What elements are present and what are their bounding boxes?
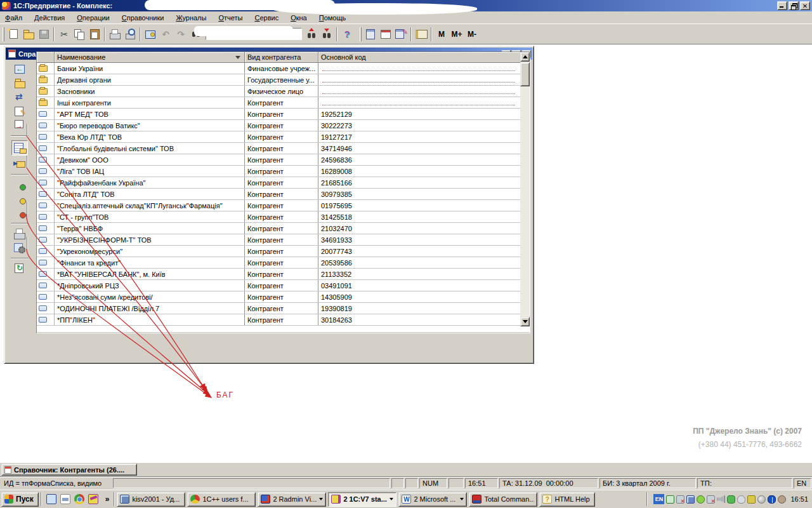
table-row[interactable]: *ПП"ЛІКЕН" Контрагент 30184263 (37, 314, 520, 326)
minimize-button[interactable] (777, 1, 787, 10)
scroll-up-button[interactable] (520, 52, 530, 62)
menu-item[interactable]: Журналы (176, 14, 206, 22)
menu-item[interactable]: Окна (291, 14, 307, 22)
mouse-tray-icon[interactable] (737, 495, 745, 504)
dropdown-icon[interactable] (460, 498, 464, 500)
network-tray-icon[interactable] (686, 495, 695, 504)
code-column-header[interactable]: Основной код (318, 52, 520, 63)
menu-item[interactable]: Действия (34, 14, 65, 22)
start-button[interactable]: Пуск (1, 492, 39, 507)
kind-column-header[interactable]: Вид контрагента (245, 52, 318, 63)
formula-calculator-icon[interactable] (393, 27, 409, 41)
new-document-icon[interactable] (6, 27, 21, 41)
update-tray-icon[interactable] (757, 495, 766, 504)
memory-button[interactable]: M- (464, 27, 480, 41)
restore-button[interactable] (789, 1, 799, 10)
cut-icon[interactable] (56, 27, 72, 41)
table-row[interactable]: "Ліга" ТОВ ІАЦ Контрагент 16289008 (37, 166, 520, 177)
move-to-group-icon[interactable] (13, 158, 26, 170)
find-next-icon[interactable] (319, 27, 334, 41)
show-desktop-icon[interactable] (46, 494, 56, 504)
table-row[interactable]: Державні органи Государственные у... (37, 74, 520, 86)
redo-icon[interactable] (173, 27, 188, 41)
print-icon[interactable] (13, 228, 26, 239)
catalog-window[interactable]: Справочник: Контрагенты (26.08.09) (4, 46, 534, 364)
calendar-icon[interactable] (378, 27, 393, 41)
table-row[interactable]: *Нез"ясовані суми /кредитові/ Контрагент… (37, 291, 520, 303)
pc-document-icon[interactable] (60, 494, 70, 504)
toolbar-grip[interactable] (360, 27, 362, 41)
taskbar-window-button[interactable]: HTML Help (539, 492, 595, 507)
open-folder-icon[interactable] (21, 27, 36, 41)
memory-button[interactable]: M (434, 27, 449, 41)
filter-add-icon[interactable] (13, 179, 26, 190)
table-row[interactable]: "УКРБІЗНЕСІНФОРМ-Т" ТОВ Контрагент 34691… (37, 234, 520, 246)
table-row[interactable]: "Укрекономресурси" Контрагент 20077743 (37, 246, 520, 257)
quick-launch-chevron[interactable]: » (105, 495, 110, 504)
hierarchy-view-icon[interactable] (11, 140, 28, 156)
open-window-button[interactable]: Справочник: Контрагенты (26.... (1, 464, 137, 476)
table-row[interactable]: *Дніпровський РЦЗ Контрагент 03491091 (37, 280, 520, 291)
radmin-tray-icon[interactable] (666, 495, 674, 504)
table-row[interactable]: "АРТ МЕД" ТОВ Контрагент 19252129 (37, 109, 520, 120)
find-previous-icon[interactable] (304, 27, 319, 41)
menu-item[interactable]: Отчеты (218, 14, 242, 22)
undo-icon[interactable] (158, 27, 173, 41)
filter-remove-icon[interactable] (13, 207, 26, 218)
table-row[interactable]: "Терра" НВБФ Контрагент 21032470 (37, 223, 520, 234)
menu-item[interactable]: Операции (77, 14, 109, 22)
display-error-tray-icon[interactable] (707, 495, 715, 504)
table-row[interactable]: "Соніта ЛТД" ТОВ Контрагент 30979385 (37, 189, 520, 200)
audio-tray-icon[interactable] (717, 495, 725, 504)
taskbar-window-button[interactable]: 2 Microsoft ... (398, 492, 467, 507)
table-row[interactable]: *ВАТ "УНІВЕРСАЛ БАНК", м. Київ Контраген… (37, 269, 520, 280)
ups-battery-tray-icon[interactable] (747, 495, 756, 504)
vertical-scrollbar[interactable] (520, 52, 530, 326)
toolbar-grip[interactable] (3, 27, 4, 41)
menu-item[interactable]: Файл (5, 14, 22, 22)
scrollbar-thumb[interactable] (520, 62, 530, 86)
table-row[interactable]: "Спеціаліз.аптечный склад"КП"Луганськ"Фа… (37, 200, 520, 211)
table-row[interactable]: *ОДИНОЧНІ ПЛАТЕЖІ /Відділ 7 Контрагент 1… (37, 303, 520, 314)
edit-row-icon[interactable] (13, 105, 26, 117)
scroll-down-button[interactable] (520, 317, 530, 326)
calculator-icon[interactable] (363, 27, 378, 41)
filter-edit-icon[interactable] (13, 193, 26, 204)
delete-row-icon[interactable] (13, 119, 26, 131)
menu-item[interactable]: Помощь (319, 14, 346, 22)
icon-column-header[interactable] (37, 52, 55, 63)
print-icon[interactable] (107, 27, 122, 41)
close-button[interactable] (800, 1, 810, 10)
taskbar-window-button[interactable]: Total Comman... (469, 492, 537, 507)
network-error-tray-icon[interactable] (676, 495, 684, 504)
memory-button[interactable]: M+ (449, 27, 464, 41)
taskbar-window-button[interactable]: 2 Radmin Vi... (258, 492, 326, 507)
print-preview-icon[interactable] (122, 27, 138, 41)
taskbar-window-button[interactable]: 1С++ users f... (187, 492, 256, 507)
table-row[interactable]: "Веха Юр ЛТД" ТОВ Контрагент 19127217 (37, 131, 520, 143)
table-settings-icon[interactable] (13, 242, 26, 253)
copy-icon[interactable] (72, 27, 87, 41)
user-monitor-icon[interactable] (143, 27, 158, 41)
table-row[interactable]: "Фінанси та кредит" Контрагент 20539586 (37, 257, 520, 269)
table-row[interactable]: "СТ - групп"ТОВ Контрагент 31425518 (37, 211, 520, 223)
language-indicator[interactable]: EN (653, 494, 664, 504)
dropdown-icon[interactable] (390, 498, 393, 500)
dropdown-icon[interactable] (319, 498, 323, 500)
table-row[interactable]: Засновники Физическое лицо (37, 86, 520, 97)
description-book-icon[interactable] (414, 27, 429, 41)
refresh-icon[interactable] (13, 263, 26, 274)
usb-tray-icon[interactable] (727, 495, 735, 504)
taskbar-window-button[interactable]: kisv2001 - Уд... (117, 492, 185, 507)
paste-icon[interactable] (87, 27, 102, 41)
bluetooth-tray-icon[interactable] (768, 495, 776, 504)
menu-item[interactable]: Справочники (122, 14, 164, 22)
save-icon[interactable] (36, 27, 51, 41)
onec-v7-icon[interactable] (88, 494, 98, 504)
menu-item[interactable]: Сервис (254, 14, 278, 22)
table-row[interactable]: "Глобальні будівельні системи" ТОВ Контр… (37, 143, 520, 154)
volume-tray-icon[interactable] (778, 495, 786, 504)
table-row[interactable]: Інші контрагенти Контрагент (37, 97, 520, 109)
swap-rows-icon[interactable] (13, 91, 26, 103)
table-row[interactable]: "Девиком" ООО Контрагент 24596836 (37, 154, 520, 166)
